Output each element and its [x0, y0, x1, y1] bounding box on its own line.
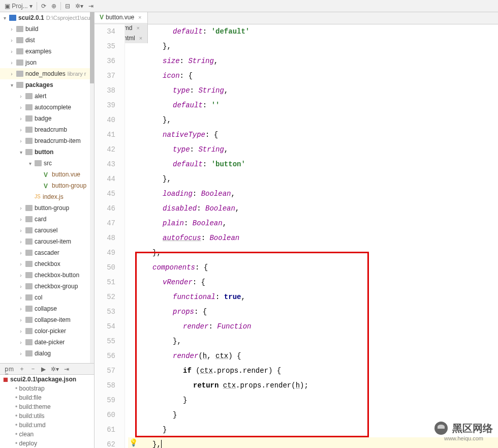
npm-add-icon[interactable]: ＋ [16, 364, 27, 374]
npm-script-clean[interactable]: clean [0, 430, 94, 439]
code-line-46[interactable]: disabled: Boolean, [128, 201, 498, 216]
code-line-57[interactable]: if (ctx.props.render) { [128, 364, 498, 378]
code-line-58[interactable]: return ctx.props.render(h); [128, 378, 498, 393]
intention-bulb-icon[interactable]: 💡 [129, 438, 138, 446]
tree-file-index-js[interactable]: JS index.js [0, 191, 94, 202]
tree-folder-build[interactable]: ›build [0, 23, 94, 35]
code-line-56[interactable]: render(h, ctx) { [128, 349, 498, 364]
tree-folder-col[interactable]: ›col [0, 292, 94, 303]
tree-folder-alert[interactable]: ›alert [0, 91, 94, 102]
code-line-39[interactable]: default: '' [128, 98, 498, 113]
npm-hide-icon[interactable]: ⇥ [61, 365, 72, 374]
tree-folder-card[interactable]: ›card [0, 214, 94, 225]
tree-folder-collapse[interactable]: ›collapse [0, 303, 94, 314]
toolbar-hide-icon[interactable]: ⇥ [86, 2, 96, 11]
code-line-59[interactable]: } [128, 393, 498, 408]
code-line-49[interactable]: }, [128, 246, 498, 260]
tree-folder-dist[interactable]: ›dist [0, 35, 94, 46]
toolbar-settings-icon[interactable]: ✲▾ [73, 2, 86, 11]
code-line-38[interactable]: type: String, [128, 83, 498, 98]
npm-script-build:file[interactable]: build:file [0, 393, 94, 402]
code-line-40[interactable]: }, [128, 113, 498, 128]
code-line-43[interactable]: default: 'button' [128, 157, 498, 172]
left-panel: ▾ scui2.0.1 D:\Csproject1\scu ›build›dis… [0, 12, 95, 448]
code-line-41[interactable]: nativeType: { [128, 128, 498, 142]
tree-folder-checkbox[interactable]: ›checkbox [0, 258, 94, 270]
code-area[interactable]: default: 'default'},size: String,icon: {… [125, 24, 498, 448]
npm-toolbar: p̲m ＋ － ▶ ✲▾ ⇥ [0, 364, 94, 375]
tree-file-button-vue[interactable]: V button.vue [0, 169, 94, 180]
tree-folder-collapse-item[interactable]: ›collapse-item [0, 314, 94, 325]
npm-panel: p̲m ＋ － ▶ ✲▾ ⇥ ◼ scui2.0.1\package.json … [0, 363, 94, 448]
code-line-62[interactable]: }, [128, 437, 498, 448]
tree-folder-checkbox-button[interactable]: ›checkbox-button [0, 270, 94, 281]
tree-folder-color-picker[interactable]: ›color-picker [0, 325, 94, 337]
tab-button.vue[interactable]: Vbutton.vue× [95, 12, 148, 23]
code-editor[interactable]: 3435363738394041424344454647484950515253… [95, 24, 498, 448]
toolbar-collapse-icon[interactable]: ⊟ [63, 2, 73, 11]
tree-folder-carousel[interactable]: ›carousel [0, 225, 94, 236]
code-line-42[interactable]: type: String, [128, 142, 498, 157]
code-line-51[interactable]: vRender: { [128, 275, 498, 290]
tree-folder-cascader[interactable]: ›cascader [0, 247, 94, 258]
npm-package-json[interactable]: ◼ scui2.0.1\package.json [0, 375, 94, 384]
code-line-47[interactable]: plain: Boolean, [128, 216, 498, 231]
npm-script-bootstrap[interactable]: bootstrap [0, 384, 94, 393]
toolbar-project-dropdown[interactable]: ▣ Proj... ▾ [2, 2, 35, 11]
code-line-61[interactable]: } [128, 423, 498, 437]
project-tree[interactable]: ▾ scui2.0.1 D:\Csproject1\scu ›build›dis… [0, 12, 94, 363]
tree-folder-dialog[interactable]: ›dialog [0, 348, 94, 359]
code-line-52[interactable]: functional: true, [128, 290, 498, 305]
code-line-44[interactable]: }, [128, 172, 498, 187]
tree-button-src[interactable]: ▾ src [0, 158, 94, 169]
npm-script-build:utils[interactable]: build:utils [0, 411, 94, 421]
code-line-37[interactable]: icon: { [128, 69, 498, 83]
code-line-48[interactable]: autofocus: Boolean [128, 231, 498, 246]
close-icon[interactable]: × [138, 14, 141, 20]
tree-folder-breadcrumb[interactable]: ›breadcrumb [0, 124, 94, 135]
npm-remove-icon[interactable]: － [27, 364, 39, 374]
code-line-50[interactable]: components: { [128, 260, 498, 275]
tree-root[interactable]: ▾ scui2.0.1 D:\Csproject1\scu [0, 12, 94, 23]
code-line-54[interactable]: render: Function [128, 319, 498, 334]
npm-run-icon[interactable]: ▶ [39, 365, 48, 374]
tree-folder-date-picker[interactable]: ›date-picker [0, 337, 94, 348]
tree-scrollbar[interactable] [90, 12, 94, 363]
tree-file-button-group-vue[interactable]: V button-group [0, 180, 94, 191]
npm-script-deploy[interactable]: deploy [0, 439, 94, 448]
npm-tab-label[interactable]: p̲m [2, 365, 16, 374]
code-line-36[interactable]: size: String, [128, 54, 498, 69]
npm-script-build:theme[interactable]: build:theme [0, 402, 94, 411]
toolbar-target-icon[interactable]: ⊕ [49, 2, 59, 11]
gutter: 3435363738394041424344454647484950515253… [95, 24, 125, 448]
code-line-34[interactable]: default: 'default' [128, 24, 498, 39]
code-line-53[interactable]: props: { [128, 305, 498, 319]
tree-folder-examples[interactable]: ›examples [0, 46, 94, 57]
code-line-35[interactable]: }, [128, 39, 498, 54]
code-line-55[interactable]: }, [128, 334, 498, 349]
code-line-60[interactable]: } [128, 408, 498, 423]
tree-folder-checkbox-group[interactable]: ›checkbox-group [0, 281, 94, 292]
tree-node-modules[interactable]: › node_modules library r [0, 68, 94, 79]
toolbar-sync-icon[interactable]: ⟳ [39, 2, 49, 11]
npm-script-build:umd[interactable]: build:umd [0, 421, 94, 430]
tree-folder-badge[interactable]: ›badge [0, 113, 94, 124]
npm-settings-icon[interactable]: ✲▾ [48, 365, 61, 374]
tree-folder-breadcrumb-item[interactable]: ›breadcrumb-item [0, 135, 94, 146]
tree-packages[interactable]: ▾ packages [0, 79, 94, 91]
tree-folder-autocomplete[interactable]: ›autocomplete [0, 102, 94, 113]
tree-folder-carousel-item[interactable]: ›carousel-item [0, 236, 94, 247]
editor-tabs: Vbutton.vue×▮button.md×▦index.html× [95, 12, 498, 24]
tree-button[interactable]: ▾ button [0, 146, 94, 158]
code-line-45[interactable]: loading: Boolean, [128, 187, 498, 201]
tree-folder-button-group[interactable]: ›button-group [0, 202, 94, 214]
top-toolbar: ▣ Proj... ▾ ⟳ ⊕ ⊟ ✲▾ ⇥ [0, 0, 498, 12]
tree-folder-json[interactable]: ›json [0, 57, 94, 68]
